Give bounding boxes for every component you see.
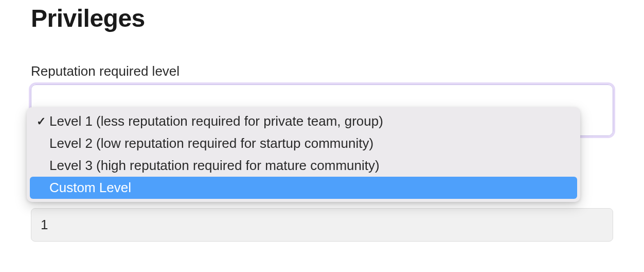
dropdown-option-level-3[interactable]: Level 3 (high reputation required for ma… [30,155,577,177]
custom-level-value-row: 1 [31,208,613,242]
dropdown-option-level-2[interactable]: Level 2 (low reputation required for sta… [30,132,577,155]
reputation-level-dropdown: ✓ Level 1 (less reputation required for … [27,107,580,202]
reputation-level-label: Reputation required level [31,63,613,79]
dropdown-option-label: Custom Level [49,180,131,196]
dropdown-option-label: Level 2 (low reputation required for sta… [49,135,373,151]
page-title: Privileges [31,4,613,32]
custom-level-value-input[interactable]: 1 [31,208,613,242]
dropdown-option-label: Level 1 (less reputation required for pr… [49,113,383,129]
dropdown-option-label: Level 3 (high reputation required for ma… [49,158,380,174]
dropdown-option-custom[interactable]: Custom Level [30,177,577,199]
checkmark-icon: ✓ [35,115,47,128]
dropdown-option-level-1[interactable]: ✓ Level 1 (less reputation required for … [30,110,577,132]
